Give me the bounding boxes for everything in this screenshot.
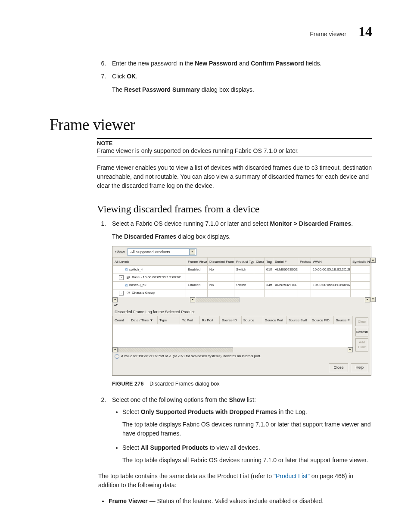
subsection-title: Viewing discarded frames from a device	[97, 203, 372, 215]
tree-toggle-icon[interactable]: -	[119, 291, 124, 296]
table-row[interactable]: -🖳Base - 10:00:00:05:33:1D:68:02	[113, 274, 370, 281]
tree-toggle-icon[interactable]: -	[119, 275, 124, 280]
scroll-down-icon[interactable]: ▾	[371, 297, 376, 302]
chassis-group-icon: 🖳	[126, 290, 130, 296]
bullet-option-2: Select All Supported Products to view al…	[122, 443, 372, 465]
table-row[interactable]: -🖳Chassis Group	[113, 289, 370, 297]
h-scrollbar[interactable]: ◂ ▸	[112, 347, 353, 352]
step-7: Click OK. The Reset Password Summary dia…	[108, 72, 372, 94]
sort-indicator-icon: ▴▾	[112, 302, 371, 308]
scroll-left-icon[interactable]: ◂	[190, 297, 195, 302]
scroll-left-icon[interactable]: ◂	[112, 297, 118, 302]
prelude-steps: Enter the new password in the New Passwo…	[50, 59, 372, 94]
show-select-value: All Supported Products	[131, 249, 170, 255]
figure-caption: FIGURE 276 Discarded Frames dialog box	[112, 380, 372, 388]
section-title: Frame viewer	[50, 115, 372, 134]
log-section-label: Discarded Frame Log for the Selected Pro…	[112, 308, 371, 316]
add-flow-button[interactable]: Add Flow	[355, 338, 368, 352]
show-select[interactable]: All Supported Products ▾	[128, 248, 196, 256]
bullet-option-1: Select Only Supported Products with Drop…	[122, 408, 372, 438]
step-2: Select one of the following options from…	[108, 395, 372, 506]
scroll-right-icon[interactable]: ▸	[365, 297, 370, 302]
running-header: Frame viewer 14	[50, 24, 372, 40]
chassis-group-icon: 🖳	[126, 275, 130, 280]
log-table[interactable]: Count Date / Time ▼ Type Tx Port Rx Port…	[112, 316, 353, 347]
discarded-frames-dialog: Show All Supported Products ▾	[112, 246, 371, 375]
scroll-left-icon[interactable]: ◂	[112, 347, 118, 352]
tail-paragraph: The top table contains the same data as …	[98, 472, 372, 490]
tree-node-label: Base - 10:00:00:05:33:1D:68:02	[132, 275, 181, 280]
tail-bullet: Frame Viewer — Status of the feature. Va…	[109, 497, 372, 506]
close-button[interactable]: Close	[329, 363, 348, 372]
note-block: NOTE Frame viewer is only supported on d…	[97, 138, 372, 156]
chapter-number: 14	[358, 24, 372, 40]
product-list-link[interactable]: "Product List"	[274, 473, 310, 479]
help-button[interactable]: Help	[351, 363, 368, 372]
tree-node-label: base50_52	[129, 283, 146, 288]
refresh-button[interactable]: Refresh	[355, 328, 368, 336]
switch-icon: ⧉	[125, 267, 128, 272]
switch-icon: ⧉	[125, 283, 128, 288]
procedure-steps: Select a Fabric OS device running 7.1.0 …	[50, 219, 372, 506]
log-empty-row	[113, 324, 353, 347]
note-body: Frame viewer is only supported on device…	[97, 147, 372, 154]
h-scrollbar[interactable]: ◂ ◂ ▸	[112, 297, 370, 302]
step-1: Select a Fabric OS device running 7.1.0 …	[108, 219, 372, 388]
clear-button[interactable]: Clear	[355, 317, 368, 326]
tree-node-label: switch_4	[129, 267, 143, 272]
chevron-down-icon: ▾	[189, 249, 195, 255]
products-header-row: All Levels Frame Viewer Discarded Frames…	[113, 258, 370, 266]
scroll-up-icon[interactable]: ▴	[371, 258, 376, 263]
log-header-row: Count Date / Time ▼ Type Tx Port Rx Port…	[113, 316, 353, 324]
show-label: Show	[115, 249, 125, 255]
scroll-right-icon[interactable]: ▸	[348, 347, 353, 352]
table-row[interactable]: ⧉base50_52EnabledNoSwitch34ffANN2532F00J…	[113, 281, 370, 289]
running-title: Frame viewer	[310, 31, 346, 37]
products-table[interactable]: All Levels Frame Viewer Discarded Frames…	[112, 257, 370, 297]
note-label: NOTE	[97, 140, 372, 146]
table-row[interactable]: ⧉switch_4EnabledNoSwitch01ffALM0602E0031…	[113, 266, 370, 274]
v-scrollbar[interactable]: ▴ ▾	[370, 257, 376, 302]
tree-node-label: Chassis Group	[132, 290, 155, 296]
intro-paragraph: Frame viewer enables you to view a list …	[97, 163, 372, 190]
info-icon: i	[115, 354, 119, 359]
step-6: Enter the new password in the New Passwo…	[108, 59, 372, 68]
log-footnote: i A value for TxPort or RxPort of -1 (or…	[112, 352, 353, 361]
